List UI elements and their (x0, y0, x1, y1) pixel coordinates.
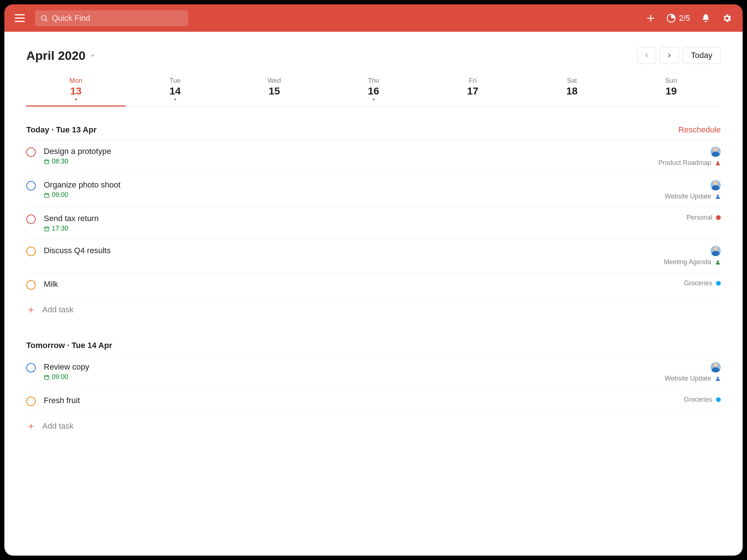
task-body: Fresh fruit (44, 396, 684, 405)
month-label: April 2020 (26, 49, 86, 63)
day-fri[interactable]: Fri17 (423, 74, 522, 107)
day-number: 14 (125, 85, 225, 97)
next-button[interactable] (660, 47, 679, 64)
task-row[interactable]: Review copy 09:00 Website Update (26, 356, 721, 389)
project-label[interactable]: Personal (686, 214, 721, 221)
project-color-dot (716, 281, 721, 286)
task-body: Milk (44, 279, 684, 289)
task-meta: Groceries (684, 396, 721, 403)
task-section: Tomorrow · Tue 14 Apr Review copy 09:00 … (26, 341, 721, 439)
assignee-avatar[interactable] (711, 180, 721, 190)
prev-button[interactable] (637, 47, 656, 64)
task-meta: Product Roadmap (658, 147, 721, 167)
productivity-button[interactable]: 2/5 (666, 13, 690, 23)
task-row[interactable]: Fresh fruit Groceries (26, 389, 721, 413)
chevron-right-icon (666, 52, 673, 59)
task-row[interactable]: Send tax return 17:30 Personal (26, 207, 721, 239)
search-icon (40, 14, 48, 22)
task-checkbox[interactable] (26, 397, 36, 406)
task-checkbox[interactable] (26, 147, 36, 157)
settings-button[interactable] (721, 13, 732, 24)
person-icon (715, 160, 721, 166)
day-tue[interactable]: Tue14 (125, 74, 225, 107)
month-selector[interactable]: April 2020 (26, 49, 96, 63)
calendar-icon (44, 226, 50, 232)
day-number: 15 (225, 85, 324, 97)
section-title: Today · Tue 13 Apr (26, 125, 97, 135)
day-sun[interactable]: Sun19 (622, 74, 721, 107)
section-header: Tomorrow · Tue 14 Apr (26, 341, 721, 356)
svg-point-0 (42, 15, 46, 20)
add-task-button[interactable]: ＋Add task (26, 297, 721, 323)
day-name: Fri (423, 77, 522, 85)
search-box[interactable] (35, 10, 188, 26)
task-title: Send tax return (44, 214, 686, 223)
task-checkbox[interactable] (26, 215, 36, 224)
project-label[interactable]: Product Roadmap (658, 159, 721, 167)
task-meta: Meeting Agenda (664, 246, 721, 266)
section-title: Tomorrow · Tue 14 Apr (26, 341, 112, 350)
task-checkbox[interactable] (26, 181, 36, 190)
today-button[interactable]: Today (682, 47, 721, 64)
day-name: Mon (26, 77, 125, 85)
task-row[interactable]: Design a prototype 08:30 Product Roadmap (26, 140, 721, 174)
task-row[interactable]: Milk Groceries (26, 273, 721, 297)
reschedule-link[interactable]: Reschedule (678, 125, 721, 135)
add-button[interactable] (645, 13, 656, 24)
task-title: Discuss Q4 results (44, 246, 664, 255)
task-title: Organize photo shoot (44, 180, 665, 190)
project-label[interactable]: Website Update (665, 193, 721, 200)
day-number: 18 (522, 85, 622, 97)
task-meta: Groceries (684, 279, 721, 287)
day-name: Wed (225, 77, 324, 85)
project-label[interactable]: Website Update (665, 375, 721, 382)
task-time: 17:30 (44, 225, 686, 232)
assignee-avatar[interactable] (711, 362, 721, 372)
day-thu[interactable]: Thu16 (324, 74, 423, 107)
task-body: Send tax return 17:30 (44, 214, 686, 232)
day-indicator-dot (75, 99, 77, 100)
search-input[interactable] (52, 13, 183, 23)
project-label[interactable]: Meeting Agenda (664, 258, 721, 266)
svg-line-1 (46, 20, 47, 21)
productivity-icon (666, 13, 676, 23)
plus-icon: ＋ (26, 420, 36, 432)
assignee-avatar[interactable] (711, 246, 721, 256)
day-wed[interactable]: Wed15 (225, 74, 324, 107)
task-checkbox[interactable] (26, 280, 36, 290)
task-row[interactable]: Organize photo shoot 09:00 Website Updat… (26, 174, 721, 207)
person-icon (715, 194, 721, 200)
add-task-label: Add task (42, 421, 74, 431)
day-number: 19 (622, 85, 721, 97)
person-icon (715, 259, 721, 265)
chevron-left-icon (643, 52, 650, 59)
task-checkbox[interactable] (26, 363, 36, 372)
week-row: Mon13Tue14Wed15Thu16Fri17Sat18Sun19 (26, 74, 721, 107)
menu-button[interactable] (15, 12, 28, 25)
project-color-dot (716, 397, 721, 402)
task-title: Fresh fruit (44, 396, 684, 405)
assignee-avatar[interactable] (711, 147, 721, 157)
day-name: Tue (125, 77, 225, 85)
day-sat[interactable]: Sat18 (522, 74, 622, 107)
notifications-button[interactable] (700, 13, 711, 24)
add-task-button[interactable]: ＋Add task (26, 413, 721, 439)
task-checkbox[interactable] (26, 247, 36, 256)
day-name: Sat (522, 77, 622, 85)
svg-rect-5 (44, 160, 49, 164)
task-body: Review copy 09:00 (44, 362, 665, 381)
project-label[interactable]: Groceries (684, 279, 721, 287)
task-title: Review copy (44, 362, 665, 372)
app-window: 2/5 April 2020 Today (4, 4, 743, 556)
task-body: Design a prototype 08:30 (44, 147, 658, 165)
day-mon[interactable]: Mon13 (26, 74, 125, 107)
task-meta: Website Update (665, 180, 721, 200)
productivity-count: 2/5 (679, 13, 690, 23)
add-task-label: Add task (42, 305, 74, 314)
task-row[interactable]: Discuss Q4 results Meeting Agenda (26, 239, 721, 273)
task-time: 09:00 (44, 191, 665, 199)
task-section: Today · Tue 13 AprReschedule Design a pr… (26, 125, 721, 323)
header-actions: 2/5 (645, 13, 732, 24)
project-label[interactable]: Groceries (684, 396, 721, 403)
svg-point-19 (717, 260, 719, 262)
